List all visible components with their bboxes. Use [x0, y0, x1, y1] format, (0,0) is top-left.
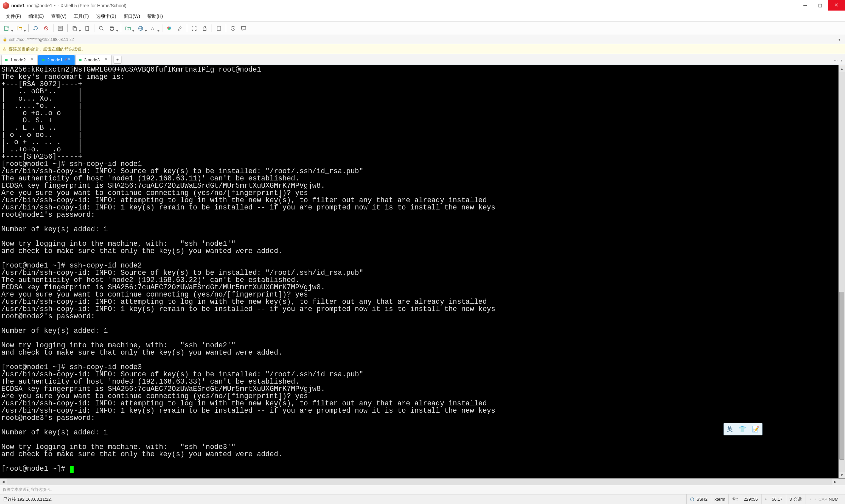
help-button[interactable]: ?	[228, 23, 238, 33]
status-dots-icon: ⋮⋮	[809, 497, 817, 502]
tab-number: 3	[84, 57, 87, 62]
svg-rect-14	[74, 28, 76, 31]
print-button[interactable]	[107, 23, 119, 33]
menu-edit[interactable]: 编辑(E)	[25, 12, 47, 21]
minimize-button[interactable]	[797, 1, 813, 10]
svg-line-18	[102, 29, 104, 30]
tab-close-icon[interactable]: ✕	[105, 57, 109, 62]
tab-label: node3	[88, 57, 100, 62]
svg-rect-29	[203, 28, 206, 30]
toolbar-separator	[53, 24, 53, 32]
find-button[interactable]	[96, 23, 106, 33]
address-bar: 🔒 ssh://root:********@192.168.63.11:22 ▾	[0, 35, 845, 44]
window-title-sub: root@node1:~ - Xshell 5 (Free for Home/S…	[27, 3, 126, 8]
scroll-track[interactable]	[839, 72, 845, 472]
scroll-down-button[interactable]: ▼	[839, 472, 845, 478]
svg-rect-30	[217, 26, 221, 30]
info-text: 要添加当前会话，点击左侧的箭头按钮。	[8, 46, 86, 52]
ime-shirt-icon[interactable]: 👕	[739, 426, 746, 433]
hscroll-track[interactable]	[6, 479, 832, 485]
tab-number: 2	[47, 57, 50, 62]
tab-arrange-icon[interactable]: ⋯	[834, 58, 838, 63]
tab-add-button[interactable]: +	[113, 56, 122, 64]
scroll-left-button[interactable]: ◀	[0, 479, 6, 485]
tab-node2[interactable]: 1 node2 ✕	[1, 55, 38, 65]
svg-rect-1	[819, 4, 822, 7]
tab-label: node2	[14, 57, 26, 62]
menu-window[interactable]: 窗口(W)	[120, 12, 144, 21]
ime-widget[interactable]: 英 👕 📝	[723, 423, 762, 435]
new-session-button[interactable]	[2, 23, 14, 33]
menu-tabs[interactable]: 选项卡(B)	[93, 12, 120, 21]
menu-bar: 文件(F) 编辑(E) 查看(V) 工具(T) 选项卡(B) 窗口(W) 帮助(…	[0, 11, 845, 22]
vertical-scrollbar[interactable]: ▲ ▼	[839, 65, 845, 478]
lock-button[interactable]	[200, 23, 210, 33]
address-text[interactable]: ssh://root:********@192.168.63.11:22	[9, 37, 74, 42]
toolbar-separator	[29, 24, 29, 32]
terminal[interactable]: SHA256:kRqIxctn2jNsTGWRLG00+WcSAVBQ6fufI…	[0, 65, 839, 478]
tab-pin-icon[interactable]: 📌	[64, 58, 68, 61]
menu-tools[interactable]: 工具(T)	[70, 12, 92, 21]
open-button[interactable]	[15, 23, 27, 33]
ime-note-icon[interactable]: 📝	[752, 426, 759, 433]
status-termtype: xterm	[711, 494, 729, 504]
lock-icon: 🔒	[3, 37, 7, 41]
tab-node3[interactable]: 3 node3 ✕	[75, 55, 111, 65]
terminal-output: SHA256:kRqIxctn2jNsTGWRLG00+WcSAVBQ6fufI…	[1, 66, 495, 473]
feedback-button[interactable]	[239, 23, 249, 33]
tab-number: 1	[10, 57, 13, 62]
status-num: NUM	[828, 497, 839, 502]
svg-point-36	[690, 498, 694, 501]
tab-tools: ⋯ ▾	[834, 58, 842, 63]
tab-list-icon[interactable]: ▾	[840, 58, 842, 63]
color-scheme-button[interactable]	[164, 23, 174, 33]
svg-point-17	[99, 26, 102, 29]
menu-file[interactable]: 文件(F)	[3, 12, 24, 21]
tab-close-icon[interactable]: ✕	[68, 57, 72, 62]
status-cursor-pos: ⌖ 56,17	[761, 494, 786, 504]
horizontal-scrollbar[interactable]: ◀ ▶	[0, 478, 845, 485]
toolbar-separator	[121, 24, 121, 32]
scroll-thumb[interactable]	[839, 292, 844, 460]
scroll-up-button[interactable]: ▲	[839, 65, 845, 72]
menu-help[interactable]: 帮助(H)	[144, 12, 166, 21]
tab-bar: 1 node2 ✕ 2 node1 📌 ✕ 3 node3 ✕ + ⋯ ▾	[0, 54, 845, 65]
properties-button[interactable]	[55, 23, 65, 33]
svg-rect-15	[86, 26, 89, 30]
copy-button[interactable]	[70, 23, 82, 33]
toolbar-separator	[67, 24, 68, 32]
close-button[interactable]	[828, 0, 845, 11]
log-button[interactable]	[214, 23, 224, 33]
encoding-button[interactable]	[136, 23, 147, 33]
svg-point-31	[217, 27, 218, 28]
title-bar: node1 root@node1:~ - Xshell 5 (Free for …	[0, 0, 845, 11]
window-title-main: node1	[11, 3, 25, 8]
scroll-right-button[interactable]: ▶	[832, 479, 839, 485]
menu-view[interactable]: 查看(V)	[48, 12, 70, 21]
toolbar-separator	[212, 24, 212, 32]
maximize-button[interactable]	[813, 1, 828, 10]
info-bar: ⚠ 要添加当前会话，点击左侧的箭头按钮。	[0, 44, 845, 54]
status-dot-icon	[79, 59, 82, 61]
transfer-button[interactable]	[123, 23, 135, 33]
toolbar: A ?	[0, 22, 845, 35]
tab-close-icon[interactable]: ✕	[31, 57, 35, 62]
disconnect-button[interactable]	[41, 23, 51, 33]
paste-button[interactable]	[82, 23, 92, 33]
highlight-button[interactable]	[175, 23, 185, 33]
svg-line-8	[45, 27, 47, 29]
address-dropdown-icon[interactable]: ▾	[837, 37, 842, 42]
fullscreen-button[interactable]	[189, 23, 199, 33]
ime-lang[interactable]: 英	[727, 425, 733, 433]
compose-hint-bar[interactable]: 仅将文本发送到当前选项卡。	[0, 485, 845, 494]
compose-hint-text: 仅将文本发送到当前选项卡。	[3, 487, 54, 492]
reconnect-button[interactable]	[31, 23, 40, 33]
status-protocol: SSH2	[686, 494, 711, 504]
svg-text:A: A	[151, 26, 154, 31]
status-sessions: 3 会话	[786, 494, 805, 504]
tab-node1[interactable]: 2 node1 📌 ✕	[38, 55, 75, 65]
tab-label: node1	[51, 57, 63, 62]
toolbar-separator	[187, 24, 187, 32]
svg-point-32	[217, 28, 218, 29]
font-button[interactable]: A	[148, 23, 160, 33]
